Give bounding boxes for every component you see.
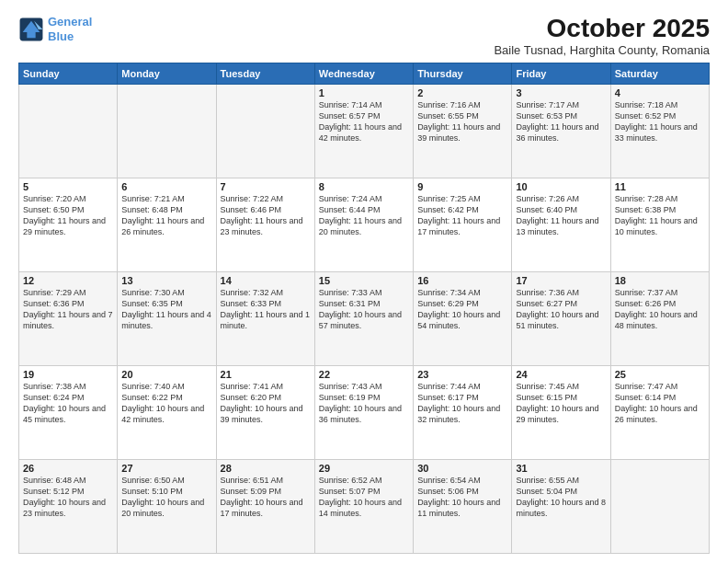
logo-blue: Blue [48,29,74,43]
day-number: 17 [516,275,606,286]
day-info: Sunrise: 6:54 AM Sunset: 5:06 PM Dayligh… [417,475,507,520]
logo-text: General Blue [48,15,92,43]
day-info: Sunrise: 7:18 AM Sunset: 6:52 PM Dayligh… [615,99,705,144]
week-row-5: 26Sunrise: 6:48 AM Sunset: 5:12 PM Dayli… [19,459,710,553]
day-number: 1 [319,87,409,98]
day-cell: 9Sunrise: 7:25 AM Sunset: 6:42 PM Daylig… [414,178,512,271]
header-wednesday: Wednesday [314,63,413,84]
day-number: 15 [319,275,409,286]
title-block: October 2025 Baile Tusnad, Harghita Coun… [494,15,710,57]
day-info: Sunrise: 7:16 AM Sunset: 6:55 PM Dayligh… [417,99,507,144]
calendar-subtitle: Baile Tusnad, Harghita County, Romania [494,43,710,57]
week-row-1: 1Sunrise: 7:14 AM Sunset: 6:57 PM Daylig… [19,84,710,178]
day-cell: 6Sunrise: 7:21 AM Sunset: 6:48 PM Daylig… [118,178,216,271]
logo: General Blue [18,15,92,43]
day-cell: 17Sunrise: 7:36 AM Sunset: 6:27 PM Dayli… [512,271,610,365]
header-friday: Friday [512,63,610,84]
day-cell: 7Sunrise: 7:22 AM Sunset: 6:46 PM Daylig… [216,178,314,271]
day-number: 2 [417,87,507,98]
day-cell: 21Sunrise: 7:41 AM Sunset: 6:20 PM Dayli… [216,365,314,459]
day-number: 7 [221,181,311,192]
day-number: 28 [221,463,311,474]
day-info: Sunrise: 7:32 AM Sunset: 6:33 PM Dayligh… [221,287,311,332]
day-number: 18 [615,275,705,286]
day-number: 20 [121,369,211,380]
day-number: 6 [121,181,211,192]
day-info: Sunrise: 7:29 AM Sunset: 6:36 PM Dayligh… [23,287,113,332]
day-cell [118,84,216,178]
day-info: Sunrise: 7:26 AM Sunset: 6:40 PM Dayligh… [516,193,606,238]
week-row-4: 19Sunrise: 7:38 AM Sunset: 6:24 PM Dayli… [19,365,710,459]
calendar-header: Sunday Monday Tuesday Wednesday Thursday… [19,63,710,84]
day-cell: 14Sunrise: 7:32 AM Sunset: 6:33 PM Dayli… [216,271,314,365]
day-cell: 12Sunrise: 7:29 AM Sunset: 6:36 PM Dayli… [19,271,118,365]
calendar-table: Sunday Monday Tuesday Wednesday Thursday… [18,63,710,554]
header-monday: Monday [118,63,216,84]
day-info: Sunrise: 6:48 AM Sunset: 5:12 PM Dayligh… [23,475,113,520]
week-row-2: 5Sunrise: 7:20 AM Sunset: 6:50 PM Daylig… [19,178,710,271]
day-cell [19,84,118,178]
day-cell: 11Sunrise: 7:28 AM Sunset: 6:38 PM Dayli… [610,178,709,271]
day-info: Sunrise: 7:22 AM Sunset: 6:46 PM Dayligh… [221,193,311,238]
logo-icon [18,17,44,42]
day-cell: 2Sunrise: 7:16 AM Sunset: 6:55 PM Daylig… [414,84,512,178]
day-number: 29 [319,463,409,474]
day-number: 19 [23,369,113,380]
day-cell: 29Sunrise: 6:52 AM Sunset: 5:07 PM Dayli… [314,459,413,553]
day-info: Sunrise: 7:24 AM Sunset: 6:44 PM Dayligh… [319,193,409,238]
day-cell: 26Sunrise: 6:48 AM Sunset: 5:12 PM Dayli… [19,459,118,553]
day-number: 8 [319,181,409,192]
day-number: 25 [615,369,705,380]
day-number: 23 [417,369,507,380]
day-cell: 3Sunrise: 7:17 AM Sunset: 6:53 PM Daylig… [512,84,610,178]
day-number: 4 [615,87,705,98]
day-cell: 24Sunrise: 7:45 AM Sunset: 6:15 PM Dayli… [512,365,610,459]
header-thursday: Thursday [414,63,512,84]
day-cell: 5Sunrise: 7:20 AM Sunset: 6:50 PM Daylig… [19,178,118,271]
day-info: Sunrise: 6:51 AM Sunset: 5:09 PM Dayligh… [221,475,311,520]
day-info: Sunrise: 6:50 AM Sunset: 5:10 PM Dayligh… [121,475,211,520]
day-cell: 30Sunrise: 6:54 AM Sunset: 5:06 PM Dayli… [414,459,512,553]
page: General Blue October 2025 Baile Tusnad, … [0,0,728,563]
day-number: 14 [221,275,311,286]
day-info: Sunrise: 7:20 AM Sunset: 6:50 PM Dayligh… [23,193,113,238]
day-info: Sunrise: 7:45 AM Sunset: 6:15 PM Dayligh… [516,381,606,426]
weekday-header-row: Sunday Monday Tuesday Wednesday Thursday… [19,63,710,84]
day-number: 12 [23,275,113,286]
day-cell: 23Sunrise: 7:44 AM Sunset: 6:17 PM Dayli… [414,365,512,459]
day-info: Sunrise: 7:28 AM Sunset: 6:38 PM Dayligh… [615,193,705,238]
day-number: 10 [516,181,606,192]
day-info: Sunrise: 7:47 AM Sunset: 6:14 PM Dayligh… [615,381,705,426]
day-number: 31 [516,463,606,474]
day-number: 26 [23,463,113,474]
day-info: Sunrise: 7:37 AM Sunset: 6:26 PM Dayligh… [615,287,705,332]
day-cell [610,459,709,553]
logo-general: General [48,15,92,29]
day-info: Sunrise: 6:55 AM Sunset: 5:04 PM Dayligh… [516,475,606,520]
day-cell: 27Sunrise: 6:50 AM Sunset: 5:10 PM Dayli… [118,459,216,553]
calendar-body: 1Sunrise: 7:14 AM Sunset: 6:57 PM Daylig… [19,84,710,553]
day-info: Sunrise: 7:14 AM Sunset: 6:57 PM Dayligh… [319,99,409,144]
day-cell: 15Sunrise: 7:33 AM Sunset: 6:31 PM Dayli… [314,271,413,365]
day-info: Sunrise: 7:30 AM Sunset: 6:35 PM Dayligh… [121,287,211,332]
day-number: 27 [121,463,211,474]
header-sunday: Sunday [19,63,118,84]
day-number: 5 [23,181,113,192]
header-saturday: Saturday [610,63,709,84]
day-cell: 19Sunrise: 7:38 AM Sunset: 6:24 PM Dayli… [19,365,118,459]
day-cell: 28Sunrise: 6:51 AM Sunset: 5:09 PM Dayli… [216,459,314,553]
day-cell: 1Sunrise: 7:14 AM Sunset: 6:57 PM Daylig… [314,84,413,178]
day-info: Sunrise: 7:41 AM Sunset: 6:20 PM Dayligh… [221,381,311,426]
day-info: Sunrise: 7:21 AM Sunset: 6:48 PM Dayligh… [121,193,211,238]
day-number: 3 [516,87,606,98]
day-info: Sunrise: 7:43 AM Sunset: 6:19 PM Dayligh… [319,381,409,426]
day-info: Sunrise: 7:44 AM Sunset: 6:17 PM Dayligh… [417,381,507,426]
day-cell: 22Sunrise: 7:43 AM Sunset: 6:19 PM Dayli… [314,365,413,459]
header: General Blue October 2025 Baile Tusnad, … [18,15,710,57]
day-info: Sunrise: 7:17 AM Sunset: 6:53 PM Dayligh… [516,99,606,144]
day-cell: 20Sunrise: 7:40 AM Sunset: 6:22 PM Dayli… [118,365,216,459]
calendar-title: October 2025 [494,15,710,43]
day-number: 9 [417,181,507,192]
day-cell: 8Sunrise: 7:24 AM Sunset: 6:44 PM Daylig… [314,178,413,271]
day-info: Sunrise: 7:36 AM Sunset: 6:27 PM Dayligh… [516,287,606,332]
